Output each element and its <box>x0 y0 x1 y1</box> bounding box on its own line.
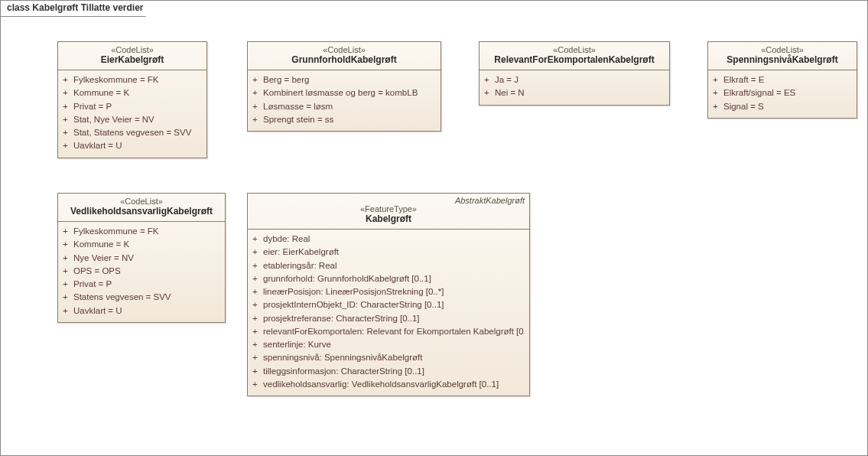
attribute-row: +Sprengt stein = ss <box>252 113 436 126</box>
class-header: «CodeList» RelevantForEkomportalenKabelg… <box>480 42 669 70</box>
attribute-row: +Fylkeskommune = FK <box>63 225 220 238</box>
attribute-row: +Nye Veier = NV <box>63 252 220 265</box>
attribute-row: +Uavklart = U <box>63 305 220 318</box>
codelist-eier-kabelgroft: «CodeList» EierKabelgrøft +Fylkeskommune… <box>57 41 207 158</box>
attribute-row: +OPS = OPS <box>63 265 220 278</box>
class-name: EierKabelgrøft <box>64 54 200 65</box>
attribute-row: +tilleggsinformasjon: CharacterString [0… <box>252 365 525 378</box>
class-body: +dybde: Real +eier: EierKabelgrøft +etab… <box>248 230 529 396</box>
attribute-row: +Statens vegvesen = SVV <box>63 291 220 304</box>
attribute-row: +Kombinert løsmasse og berg = kombLB <box>252 86 436 99</box>
attribute-row: +Kommune = K <box>63 86 202 99</box>
class-name: SpenningsnivåKabelgrøft <box>714 54 850 65</box>
attribute-row: +vedlikeholdsansvarlig: Vedlikeholdsansv… <box>252 378 525 391</box>
attribute-row: +Elkraft = E <box>713 73 852 86</box>
attribute-row: +Stat, Statens vegvesen = SVV <box>63 126 202 139</box>
class-stereotype: «FeatureType» <box>254 204 523 213</box>
codelist-spenningsniva-kabelgroft: «CodeList» SpenningsnivåKabelgrøft +Elkr… <box>707 41 857 119</box>
attribute-row: +Stat, Nye Veier = NV <box>63 113 202 126</box>
attribute-row: +grunnforhold: GrunnforholdKabelgrøft [0… <box>252 272 525 285</box>
class-body: +Fylkeskommune = FK +Kommune = K +Privat… <box>58 70 206 158</box>
attribute-row: +Privat = P <box>63 278 220 291</box>
class-stereotype: «CodeList» <box>64 197 219 206</box>
class-stereotype: «CodeList» <box>64 45 200 54</box>
class-body: +Elkraft = E +Elkraft/signal = ES +Signa… <box>708 70 857 118</box>
class-header: AbstraktKabelgrøft «FeatureType» Kabelgr… <box>248 194 529 230</box>
class-body: +Berg = berg +Kombinert løsmasse og berg… <box>248 70 441 131</box>
diagram-title-tab: class Kabelgrøft Tillatte verdier <box>0 0 154 17</box>
attribute-row: +prosjektInternObjekt_ID: CharacterStrin… <box>252 298 525 311</box>
class-name: Kabelgrøft <box>254 213 523 224</box>
featuretype-kabelgroft: AbstraktKabelgrøft «FeatureType» Kabelgr… <box>247 193 530 396</box>
class-body: +Fylkeskommune = FK +Kommune = K +Nye Ve… <box>58 222 225 322</box>
attribute-row: +Signal = S <box>713 100 852 113</box>
attribute-row: +eier: EierKabelgrøft <box>252 246 525 259</box>
class-header: «CodeList» EierKabelgrøft <box>58 42 206 70</box>
attribute-row: +senterlinje: Kurve <box>252 338 525 351</box>
class-header: «CodeList» VedlikeholdsansvarligKabelgrø… <box>58 194 225 222</box>
diagram-title: class Kabelgrøft Tillatte verdier <box>7 2 144 13</box>
class-diagram-canvas: class Kabelgrøft Tillatte verdier «CodeL… <box>0 0 868 456</box>
attribute-row: +Nei = N <box>484 86 665 99</box>
attribute-row: +lineærPosisjon: LineærPosisjonStrekning… <box>252 285 525 298</box>
abstract-link-label: AbstraktKabelgrøft <box>455 196 525 205</box>
attribute-row: +Kommune = K <box>63 238 220 251</box>
codelist-vedlikeholdsansvarlig-kabelgroft: «CodeList» VedlikeholdsansvarligKabelgrø… <box>57 193 226 323</box>
attribute-row: +Privat = P <box>63 100 202 113</box>
attribute-row: +Fylkeskommune = FK <box>63 73 202 86</box>
codelist-grunnforhold-kabelgroft: «CodeList» GrunnforholdKabelgrøft +Berg … <box>247 41 441 132</box>
attribute-row: +Uavklart = U <box>63 139 202 152</box>
codelist-relevant-ekomportalen-kabelgroft: «CodeList» RelevantForEkomportalenKabelg… <box>479 41 670 106</box>
attribute-row: +prosjektreferanse: CharacterString [0..… <box>252 312 525 325</box>
class-body: +Ja = J +Nei = N <box>480 70 669 105</box>
attribute-row: +spenningsnivå: SpenningsnivåKabelgrøft <box>252 351 525 364</box>
class-name: VedlikeholdsansvarligKabelgrøft <box>64 206 219 217</box>
class-stereotype: «CodeList» <box>486 45 663 54</box>
class-stereotype: «CodeList» <box>254 45 434 54</box>
class-stereotype: «CodeList» <box>714 45 850 54</box>
class-name: GrunnforholdKabelgrøft <box>254 54 434 65</box>
attribute-row: +Ja = J <box>484 73 665 86</box>
attribute-row: +relevantForEkomportalen: Relevant for E… <box>252 325 525 338</box>
class-header: «CodeList» SpenningsnivåKabelgrøft <box>708 42 857 70</box>
attribute-row: +Berg = berg <box>252 73 436 86</box>
attribute-row: +dybde: Real <box>252 233 525 246</box>
class-name: RelevantForEkomportalenKabelgrøft <box>486 54 663 65</box>
attribute-row: +Løsmasse = løsm <box>252 100 436 113</box>
attribute-row: +etableringsår: Real <box>252 259 525 272</box>
class-header: «CodeList» GrunnforholdKabelgrøft <box>248 42 441 70</box>
attribute-row: +Elkraft/signal = ES <box>713 86 852 99</box>
